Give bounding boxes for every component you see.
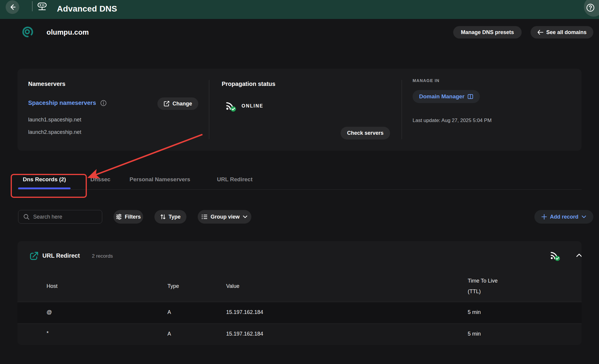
domain-manager-label: Domain Manager [419,93,464,100]
open-book-icon [467,94,473,99]
arrow-left-icon [9,4,16,11]
sort-arrows-icon [160,214,166,220]
search-input-wrapper [18,210,102,224]
cell-ttl: 5 min [468,309,481,315]
card-divider [402,80,402,139]
check-servers-label: Check servers [347,130,384,136]
table-row-at[interactable]: @ A 15.197.162.184 5 min [17,302,582,323]
tab-dns-records[interactable]: Dns Records (2) [23,176,66,183]
tab-personal-nameservers[interactable]: Personal Nameservers [130,176,190,183]
check-servers-button[interactable]: Check servers [341,127,390,139]
cell-value: 15.197.162.184 [226,331,263,337]
edit-icon [164,101,170,107]
arrow-left-icon [537,30,543,35]
add-record-button[interactable]: Add record [534,210,593,224]
tab-url-redirect[interactable]: URL Redirect [217,176,253,183]
plus-icon [542,214,547,219]
column-header-type: Type [167,283,179,289]
column-header-value: Value [226,283,239,289]
manage-dns-presets-button[interactable]: Manage DNS presets [453,26,522,39]
group-view-label: Group view [210,214,239,220]
page-title: Advanced DNS [57,4,117,14]
cell-value: 15.197.162.184 [226,309,263,315]
manage-dns-presets-label: Manage DNS presets [461,29,514,36]
list-view-icon [202,214,207,219]
nameserver-2: launch2.spaceship.net [28,129,81,135]
type-label: Type [169,214,181,220]
chevron-down-icon [243,215,247,218]
manage-in-heading: MANAGE IN [413,78,440,83]
top-bar: Advanced DNS [0,0,599,19]
cell-type: A [167,309,171,315]
collapse-group-button[interactable] [576,254,582,257]
tab-dnssec[interactable]: Dnssec [90,176,111,183]
nameservers-provider: Spaceship nameservers [28,100,96,106]
dns-server-icon [37,2,47,12]
active-tab-underline [18,187,71,189]
filters-label: Filters [125,214,141,220]
tabs-baseline [17,189,582,190]
question-mark-icon [586,3,595,12]
last-update-text: Last update: Aug 27, 2025 5:04 PM [413,118,492,124]
advanced-dns-page: Advanced DNS olumpu.com Manage DNS prese… [0,0,599,364]
cell-type: A [167,331,171,337]
propagation-online-icon [225,100,237,112]
see-all-domains-label: See all domains [546,29,587,36]
column-header-ttl-line1: Time To Live [468,278,498,284]
column-header-ttl-line2: (TTL) [468,288,481,295]
see-all-domains-button[interactable]: See all domains [531,26,593,39]
records-count: 2 records [92,253,113,259]
records-group-title: URL Redirect [42,252,80,259]
chevron-down-icon [582,215,586,218]
domain-logo-icon [22,26,34,38]
chevron-up-icon [576,254,582,257]
change-nameservers-button[interactable]: Change [157,97,198,110]
group-propagation-ok-icon [550,250,561,261]
propagation-heading: Propagation status [222,81,275,87]
cell-host: @ [47,309,52,315]
cell-host: * [47,330,49,336]
status-card: Nameservers Spaceship nameservers Change [17,69,582,151]
column-header-host: Host [47,283,57,289]
search-icon [23,214,30,220]
type-sort-button[interactable]: Type [154,210,186,224]
change-label: Change [172,101,192,107]
records-card: URL Redirect 2 records Host Type Value T… [17,241,582,345]
card-divider [209,80,209,139]
info-icon[interactable] [100,100,107,106]
domain-manager-button[interactable]: Domain Manager [413,90,480,103]
domain-name: olumpu.com [47,28,89,36]
add-record-label: Add record [550,214,578,220]
help-button[interactable] [584,0,599,17]
search-input[interactable] [33,214,97,220]
filters-button[interactable]: Filters [114,210,143,224]
url-redirect-link-icon [29,251,39,261]
nameservers-heading: Nameservers [28,81,66,87]
group-view-dropdown[interactable]: Group view [198,210,251,224]
nameserver-1: launch1.spaceship.net [28,117,81,123]
filters-sliders-icon [116,214,122,220]
cell-ttl: 5 min [468,331,481,337]
topbar-divider [32,1,33,11]
propagation-status-text: ONLINE [242,103,263,109]
table-row-wildcard[interactable]: * A 15.197.162.184 5 min [17,324,582,345]
back-button[interactable] [6,0,19,14]
